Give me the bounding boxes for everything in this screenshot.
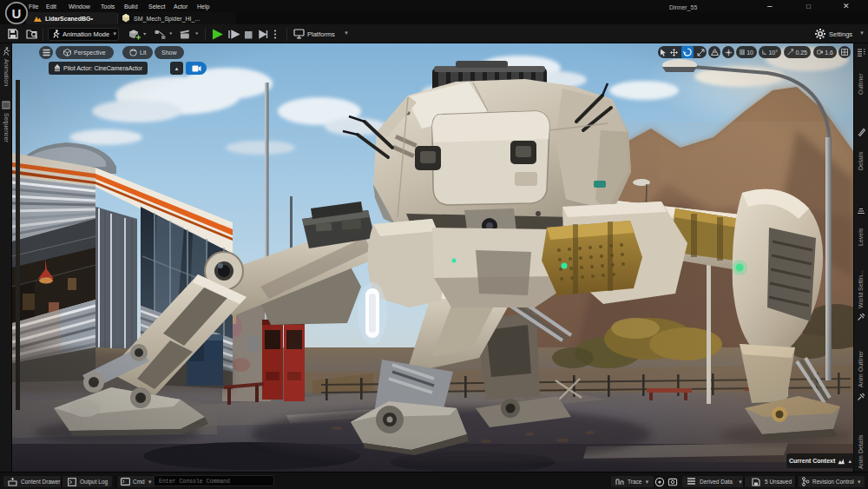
svg-text:U: U — [12, 6, 22, 21]
